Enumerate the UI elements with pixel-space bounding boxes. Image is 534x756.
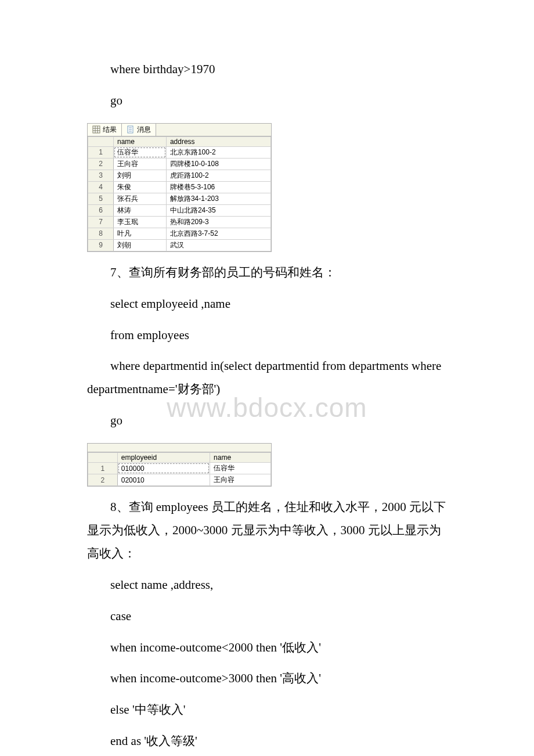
sql-results-pane: employeeid name 1 010000 伍容华 2 020010 王向…: [87, 443, 272, 487]
table-row[interactable]: 7 李玉珉 热和路209-3: [88, 216, 271, 228]
table-row[interactable]: 8 叶凡 北京西路3-7-52: [88, 228, 271, 239]
code-line: go: [87, 409, 447, 433]
sql-results-pane: 结果 消息 name address: [87, 123, 272, 252]
code-line: else '中等收入': [87, 699, 447, 722]
cell[interactable]: 北京东路100-2: [166, 146, 270, 158]
cell[interactable]: 林涛: [113, 204, 166, 216]
row-number: 3: [88, 170, 114, 181]
cell[interactable]: 王向容: [113, 158, 166, 170]
col-header[interactable]: name: [210, 453, 271, 463]
code-line: when income-outcome<2000 then '低收入': [87, 636, 447, 660]
cell[interactable]: 四牌楼10-0-108: [166, 158, 270, 170]
row-number: 1: [88, 146, 114, 158]
cell[interactable]: 武汉: [166, 239, 270, 251]
cell[interactable]: 010000: [117, 463, 210, 474]
row-number: 9: [88, 239, 114, 251]
table-row[interactable]: 9 刘朝 武汉: [88, 239, 271, 251]
code-line: when income-outcome>3000 then '高收入': [87, 667, 447, 690]
question-title: 7、查询所有财务部的员工的号码和姓名：: [87, 261, 447, 285]
code-line: select employeeid ,name: [87, 293, 447, 316]
cell[interactable]: 北京西路3-7-52: [166, 228, 270, 239]
grid-icon: [92, 125, 100, 134]
cell[interactable]: 解放路34-1-203: [166, 193, 270, 204]
cell[interactable]: 张石兵: [113, 193, 166, 204]
row-header-blank: [88, 453, 118, 463]
cell[interactable]: 叶凡: [113, 228, 166, 239]
cell[interactable]: 虎距路100-2: [166, 170, 270, 181]
cell[interactable]: 020010: [117, 474, 210, 486]
row-number: 2: [88, 158, 114, 170]
row-number: 7: [88, 216, 114, 228]
row-number: 4: [88, 181, 114, 193]
col-header[interactable]: address: [166, 136, 270, 146]
question-title: 8、查询 employees 员工的姓名，住址和收入水平，2000 元以下显示为…: [87, 496, 447, 566]
table-row[interactable]: 1 伍容华 北京东路100-2: [88, 146, 271, 158]
cell[interactable]: 王向容: [210, 474, 271, 486]
table-header-row: name address: [88, 136, 271, 146]
row-number: 8: [88, 228, 114, 239]
table-row[interactable]: 6 林涛 中山北路24-35: [88, 204, 271, 216]
svg-rect-0: [93, 126, 100, 133]
col-header[interactable]: name: [113, 136, 166, 146]
code-line: where birthday>1970: [87, 58, 447, 81]
code-line: where departmentid in(select departmenti…: [87, 355, 447, 401]
tab-messages[interactable]: 消息: [122, 124, 156, 136]
document-icon: [127, 125, 135, 134]
document-icon: [117, 444, 125, 452]
result-table-1: name address 1 伍容华 北京东路100-2 2 王向容 四牌楼10…: [88, 136, 271, 251]
code-line: select name ,address,: [87, 574, 447, 597]
code-line: end as '收入等级': [87, 730, 447, 753]
cell[interactable]: 中山北路24-35: [166, 204, 270, 216]
table-row[interactable]: 5 张石兵 解放路34-1-203: [88, 193, 271, 204]
row-header-blank: [88, 136, 114, 146]
tab-messages-label: 消息: [137, 125, 151, 135]
cell[interactable]: 牌楼巷5-3-106: [166, 181, 270, 193]
table-header-row: employeeid name: [88, 453, 271, 463]
tab-results-label: 结果: [103, 125, 117, 135]
cell[interactable]: 热和路209-3: [166, 216, 270, 228]
code-line: go: [87, 89, 447, 113]
table-row[interactable]: 2 王向容 四牌楼10-0-108: [88, 158, 271, 170]
row-number: 2: [88, 474, 118, 486]
cell[interactable]: 伍容华: [210, 463, 271, 474]
tab-results[interactable]: 结果: [88, 124, 122, 136]
code-line: case: [87, 605, 447, 628]
row-number: 6: [88, 204, 114, 216]
result-tabs-cropped: [88, 444, 271, 452]
result-tabs: 结果 消息: [88, 124, 271, 136]
code-line: from employees: [87, 324, 447, 347]
result-table-2: employeeid name 1 010000 伍容华 2 020010 王向…: [88, 452, 271, 486]
row-number: 1: [88, 463, 118, 474]
cell[interactable]: 伍容华: [113, 146, 166, 158]
cell[interactable]: 朱俊: [113, 181, 166, 193]
col-header[interactable]: employeeid: [117, 453, 210, 463]
table-row[interactable]: 4 朱俊 牌楼巷5-3-106: [88, 181, 271, 193]
table-row[interactable]: 1 010000 伍容华: [88, 463, 271, 474]
cell[interactable]: 刘明: [113, 170, 166, 181]
table-row[interactable]: 3 刘明 虎距路100-2: [88, 170, 271, 181]
cell[interactable]: 李玉珉: [113, 216, 166, 228]
table-row[interactable]: 2 020010 王向容: [88, 474, 271, 486]
cell[interactable]: 刘朝: [113, 239, 166, 251]
row-number: 5: [88, 193, 114, 204]
